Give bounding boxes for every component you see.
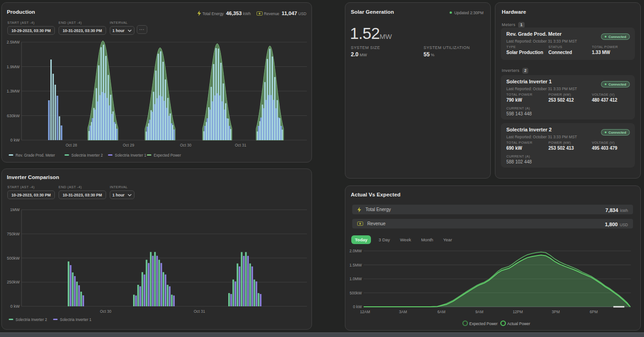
svg-text:630kW: 630kW <box>7 114 20 118</box>
svg-text:Solectria Inverter 1: Solectria Inverter 1 <box>115 153 146 158</box>
svg-text:1.3MW: 1.3MW <box>6 89 20 93</box>
svg-text:Oct 30: Oct 30 <box>180 143 191 147</box>
svg-text:12PM: 12PM <box>513 310 523 314</box>
svg-text:Solectria Inverter 2: Solectria Inverter 2 <box>71 153 103 158</box>
svg-text:0 kW: 0 kW <box>10 304 20 309</box>
svg-text:0 kW: 0 kW <box>353 304 362 309</box>
svg-text:12AM: 12AM <box>360 310 370 314</box>
svg-text:1.0MW: 1.0MW <box>349 277 362 281</box>
svg-text:0 kW: 0 kW <box>10 138 20 142</box>
svg-text:500kW: 500kW <box>350 291 362 295</box>
svg-text:250kW: 250kW <box>7 280 20 284</box>
svg-text:6AM: 6AM <box>437 310 445 314</box>
svg-text:2.5MW: 2.5MW <box>6 40 20 44</box>
svg-text:9AM: 9AM <box>475 310 483 314</box>
svg-text:Actual Power: Actual Power <box>507 321 530 326</box>
svg-text:Oct 28: Oct 28 <box>65 143 77 147</box>
svg-text:Oct 30: Oct 30 <box>100 309 111 314</box>
svg-text:Expected Power: Expected Power <box>154 153 181 158</box>
svg-text:Solectria Inverter 1: Solectria Inverter 1 <box>60 318 91 322</box>
svg-text:3AM: 3AM <box>399 310 407 314</box>
svg-text:1.9MW: 1.9MW <box>6 65 20 69</box>
svg-text:3PM: 3PM <box>552 310 559 314</box>
svg-text:Oct 29: Oct 29 <box>123 143 134 147</box>
svg-text:Oct 31: Oct 31 <box>235 143 246 147</box>
svg-text:Solectria Inverter 2: Solectria Inverter 2 <box>16 318 47 322</box>
svg-text:1.5MW: 1.5MW <box>349 263 362 267</box>
svg-text:1MW: 1MW <box>10 207 20 212</box>
svg-text:500kW: 500kW <box>7 256 20 261</box>
svg-text:Rev. Grade Prod. Meter: Rev. Grade Prod. Meter <box>16 153 55 158</box>
svg-text:Expected Power: Expected Power <box>469 321 498 326</box>
svg-text:2.0MW: 2.0MW <box>349 249 362 253</box>
svg-text:750kW: 750kW <box>7 232 20 236</box>
svg-text:Oct 31: Oct 31 <box>193 309 205 314</box>
svg-text:6PM: 6PM <box>590 310 597 314</box>
